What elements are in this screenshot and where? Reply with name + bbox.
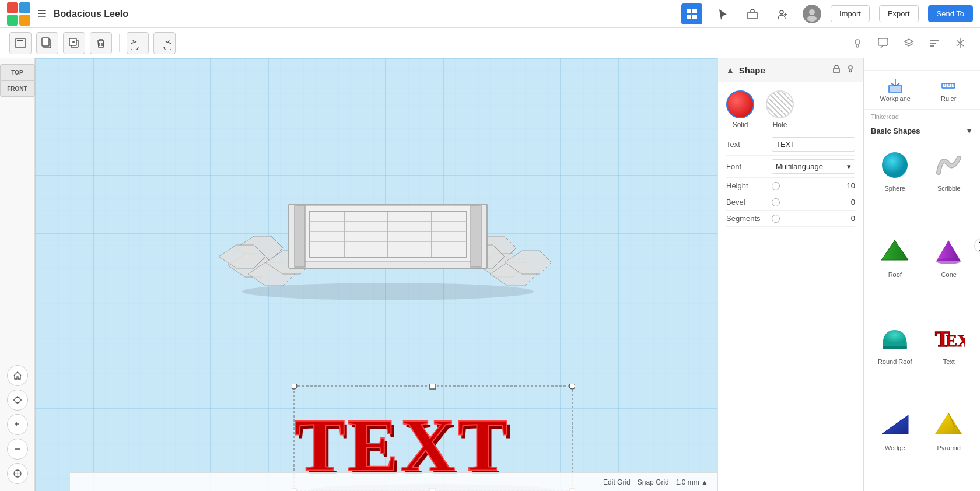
height-value: 10 xyxy=(847,181,855,190)
solid-selector[interactable]: Solid xyxy=(726,90,754,129)
scribble-thumb xyxy=(932,148,967,183)
grid-view-button[interactable] xyxy=(681,3,702,24)
toolbar xyxy=(0,28,980,58)
snap-grid-value[interactable]: 1.0 mm ▲ xyxy=(676,478,708,486)
shape-properties: Text Font Multilanguage ▾ Height 10 Beve… xyxy=(718,134,863,232)
export-button[interactable]: Export xyxy=(879,5,919,22)
mirror-icon[interactable] xyxy=(950,33,971,54)
svg-point-8 xyxy=(807,16,817,22)
font-prop-label: Font xyxy=(726,162,767,171)
svg-rect-0 xyxy=(687,9,691,13)
svg-rect-62 xyxy=(889,86,902,92)
edit-grid-label[interactable]: Edit Grid xyxy=(603,478,631,486)
workplane-button[interactable]: Workplane xyxy=(871,75,920,104)
chat-icon[interactable] xyxy=(873,33,894,54)
navbar: ☰ Bodacious Leelo Import Export Send To xyxy=(0,0,980,28)
svg-rect-10 xyxy=(18,40,23,41)
person-add-icon[interactable] xyxy=(772,3,793,24)
text-shape-label: Text xyxy=(943,358,955,365)
hole-selector[interactable]: Hole xyxy=(766,90,794,129)
svg-point-5 xyxy=(780,10,783,14)
tank-object[interactable] xyxy=(219,172,557,300)
redo-button[interactable] xyxy=(153,32,176,54)
segments-prop-row: Segments 0 xyxy=(726,211,855,227)
new-button[interactable] xyxy=(9,32,32,54)
round-roof-thumb xyxy=(877,321,912,356)
bevel-radio[interactable] xyxy=(772,198,780,206)
import-button[interactable]: Import xyxy=(831,5,870,22)
sphere-shape-item[interactable]: Sphere xyxy=(869,143,922,228)
svg-point-20 xyxy=(15,397,20,403)
layers-icon[interactable] xyxy=(898,33,919,54)
nav-right: Import Export Send To xyxy=(681,3,973,24)
bevel-prop-row: Bevel 0 xyxy=(726,194,855,211)
bulb-panel-icon[interactable] xyxy=(846,64,855,76)
snap-grid-label: Snap Grid xyxy=(638,478,669,486)
font-select[interactable]: Multilanguage ▾ xyxy=(772,159,855,174)
lock-icon[interactable] xyxy=(832,64,841,76)
top-view-button[interactable] xyxy=(7,463,28,484)
user-avatar[interactable] xyxy=(803,5,821,23)
logo-t xyxy=(7,2,18,13)
delete-button[interactable] xyxy=(90,32,112,54)
pyramid-thumb xyxy=(932,407,967,442)
library-category: Tinkercad xyxy=(864,110,980,124)
home-view-button[interactable] xyxy=(7,365,28,386)
panel-collapse-button[interactable]: ▲ xyxy=(726,65,734,75)
svg-point-15 xyxy=(855,40,860,44)
wedge-thumb xyxy=(877,407,912,442)
wedge-shape-item[interactable]: Wedge xyxy=(869,402,922,488)
cone-shape-item[interactable]: Cone xyxy=(923,229,976,314)
text-shape-item[interactable]: T EXT Text xyxy=(923,316,976,401)
svg-rect-67 xyxy=(942,83,955,88)
text-prop-input[interactable] xyxy=(772,137,855,152)
view-cube-front[interactable]: FRONT xyxy=(0,80,35,97)
left-panel: TOP FRONT xyxy=(0,58,35,491)
pyramid-shape-item[interactable]: Pyramid xyxy=(923,402,976,488)
hole-circle xyxy=(766,90,794,118)
text-prop-label: Text xyxy=(726,140,767,149)
svg-rect-9 xyxy=(16,38,25,48)
undo-button[interactable] xyxy=(127,32,149,54)
bulb-icon[interactable] xyxy=(847,33,868,54)
svg-marker-74 xyxy=(881,240,908,260)
bevel-value: 0 xyxy=(851,198,855,206)
segments-radio[interactable] xyxy=(772,215,780,223)
shapes-grid: Sphere Scribble xyxy=(864,139,980,491)
svg-point-46 xyxy=(242,283,534,300)
logo-k xyxy=(19,15,30,26)
cone-label: Cone xyxy=(942,271,957,278)
fit-view-button[interactable] xyxy=(7,390,28,411)
text-shape-thumb: T EXT xyxy=(932,321,967,356)
send-to-button[interactable]: Send To xyxy=(928,5,973,22)
round-roof-shape-item[interactable]: Round Roof xyxy=(869,316,922,401)
briefcase-icon[interactable] xyxy=(742,3,763,24)
roof-shape-item[interactable]: Roof xyxy=(869,229,922,314)
svg-point-77 xyxy=(936,258,961,264)
duplicate-button[interactable] xyxy=(63,32,85,54)
align-icon[interactable] xyxy=(924,33,945,54)
pick-icon[interactable] xyxy=(712,3,733,24)
bevel-prop-label: Bevel xyxy=(726,198,767,206)
height-radio[interactable] xyxy=(772,182,780,190)
logo-n xyxy=(7,15,18,26)
svg-rect-19 xyxy=(930,45,934,47)
ruler-label: Ruler xyxy=(941,95,956,102)
project-name[interactable]: Bodacious Leelo xyxy=(54,9,674,19)
canvas-area[interactable]: TEXT TEXT TEXT xyxy=(35,58,718,491)
roof-label: Roof xyxy=(888,271,902,278)
zoom-in-button[interactable] xyxy=(7,414,28,435)
view-cube-top[interactable]: TOP xyxy=(0,64,35,80)
scribble-label: Scribble xyxy=(937,185,961,192)
hamburger-menu-icon[interactable]: ☰ xyxy=(37,8,47,20)
zoom-out-button[interactable] xyxy=(7,439,28,460)
ruler-button[interactable]: Ruler xyxy=(925,75,974,104)
height-prop-label: Height xyxy=(726,181,767,190)
left-controls xyxy=(0,365,34,491)
category-dropdown-icon[interactable]: ▼ xyxy=(965,127,973,135)
view-cube[interactable]: TOP FRONT xyxy=(0,64,38,111)
svg-rect-78 xyxy=(883,346,907,349)
scribble-shape-item[interactable]: Scribble xyxy=(923,143,976,228)
copy-button[interactable] xyxy=(36,32,58,54)
library-header xyxy=(864,58,980,71)
